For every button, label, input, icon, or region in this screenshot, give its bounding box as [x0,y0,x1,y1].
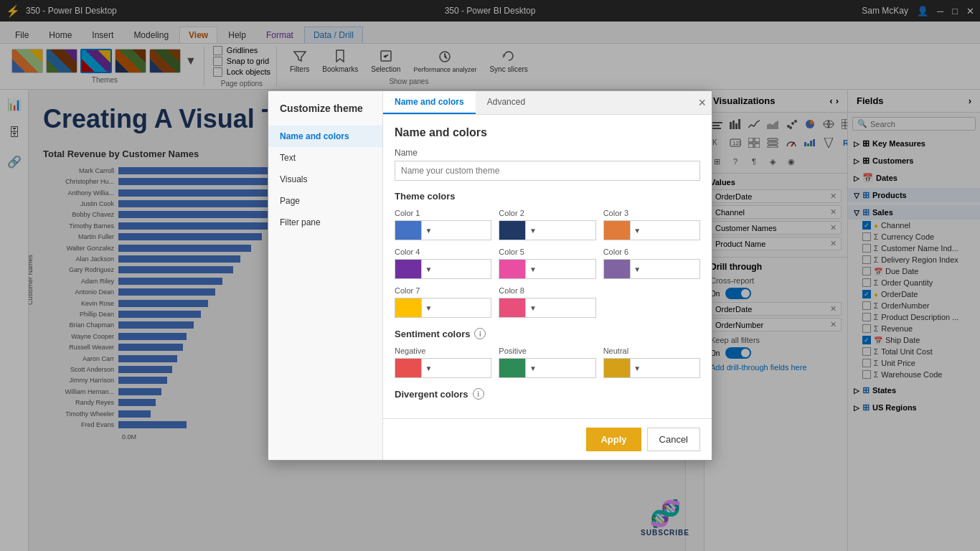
color-8-arrow[interactable]: ▼ [525,298,540,317]
sentiment-neg-item: Negative ▼ [395,347,491,378]
color-2-arrow[interactable]: ▼ [525,221,540,240]
color-5-picker[interactable]: ▼ [499,259,595,279]
sentiment-pos-arrow[interactable]: ▼ [525,359,540,377]
sentiment-neu-arrow[interactable]: ▼ [630,359,644,377]
color-7-arrow[interactable]: ▼ [421,298,435,317]
color-7-item: Color 7 ▼ [395,286,491,318]
sentiment-colors-title: Sentiment colors i [395,328,700,339]
dialog-subtab-advanced[interactable]: Advanced [476,91,537,114]
sentiment-neg-picker[interactable]: ▼ [395,358,491,378]
sentiment-info-icon[interactable]: i [474,328,486,339]
sentiment-grid: Negative ▼ Positive ▼ [395,347,700,378]
color-4-swatch [395,260,421,278]
dialog-content: Name and colors Advanced × Name and colo… [383,91,712,460]
sentiment-neu-item: Neutral ▼ [603,347,700,378]
name-label: Name [395,148,700,158]
color-3-swatch [604,221,630,240]
theme-colors-title: Theme colors [395,191,700,202]
sentiment-pos-picker[interactable]: ▼ [499,358,595,378]
color-2-picker[interactable]: ▼ [499,220,595,240]
sentiment-neg-arrow[interactable]: ▼ [421,359,435,377]
divergent-colors-title: Divergent colors i [395,388,700,400]
dialog-close-btn[interactable]: × [698,95,706,110]
color-4-arrow[interactable]: ▼ [421,260,435,278]
cancel-button[interactable]: Cancel [647,428,700,451]
customize-theme-dialog: Customize theme Name and colors Text Vis… [268,90,712,461]
color-6-picker[interactable]: ▼ [603,259,700,279]
dialog-nav-text[interactable]: Text [268,147,382,169]
dialog-sidebar-title: Customize theme [268,103,382,126]
divergent-info-icon[interactable]: i [473,388,484,400]
color-8-picker[interactable]: ▼ [499,298,595,318]
dialog-footer: Apply Cancel [383,418,712,460]
color-3-arrow[interactable]: ▼ [630,221,644,240]
color-5-swatch [499,260,525,278]
color-5-item: Color 5 ▼ [499,248,595,279]
color-1-picker[interactable]: ▼ [395,220,491,240]
apply-button[interactable]: Apply [586,428,641,451]
dialog-nav-name-colors[interactable]: Name and colors [268,126,382,147]
color-6-item: Color 6 ▼ [603,248,700,279]
dialog-section-title: Name and colors [395,126,487,139]
dialog-section-header: Name and colors [395,126,700,139]
color-7-picker[interactable]: ▼ [395,298,491,318]
sentiment-neu-picker[interactable]: ▼ [603,358,700,378]
color-8-swatch [499,298,525,317]
color-2-item: Color 2 ▼ [499,209,595,240]
dialog-nav-filter-pane[interactable]: Filter pane [268,212,382,233]
color-5-arrow[interactable]: ▼ [525,260,540,278]
dialog-body: Name and colors Name Theme colors Color … [383,115,712,418]
color-8-item: Color 8 ▼ [499,286,595,318]
colors-grid: Color 1 ▼ Color 2 ▼ [395,209,700,318]
sentiment-neg-swatch [395,359,421,377]
theme-name-input[interactable] [395,161,700,181]
color-6-swatch [604,260,630,278]
color-7-swatch [395,298,421,317]
color-1-item: Color 1 ▼ [395,209,491,240]
color-2-swatch [499,221,525,240]
color-4-picker[interactable]: ▼ [395,259,491,279]
color-1-arrow[interactable]: ▼ [421,221,435,240]
sentiment-neu-swatch [604,359,630,377]
dialog-nav-visuals[interactable]: Visuals [268,169,382,190]
color-3-item: Color 3 ▼ [603,209,700,240]
sentiment-pos-item: Positive ▼ [499,347,595,378]
color-1-swatch [395,221,421,240]
dialog-sub-tabs: Name and colors Advanced × [383,91,712,115]
dialog-nav-page[interactable]: Page [268,190,382,212]
dialog-subtab-name-colors[interactable]: Name and colors [383,91,476,114]
modal-overlay: Customize theme Name and colors Text Vis… [0,0,980,551]
dialog-sidebar: Customize theme Name and colors Text Vis… [268,91,383,460]
color-4-item: Color 4 ▼ [395,248,491,279]
color-6-arrow[interactable]: ▼ [630,260,644,278]
sentiment-pos-swatch [499,359,525,377]
color-3-picker[interactable]: ▼ [603,220,700,240]
